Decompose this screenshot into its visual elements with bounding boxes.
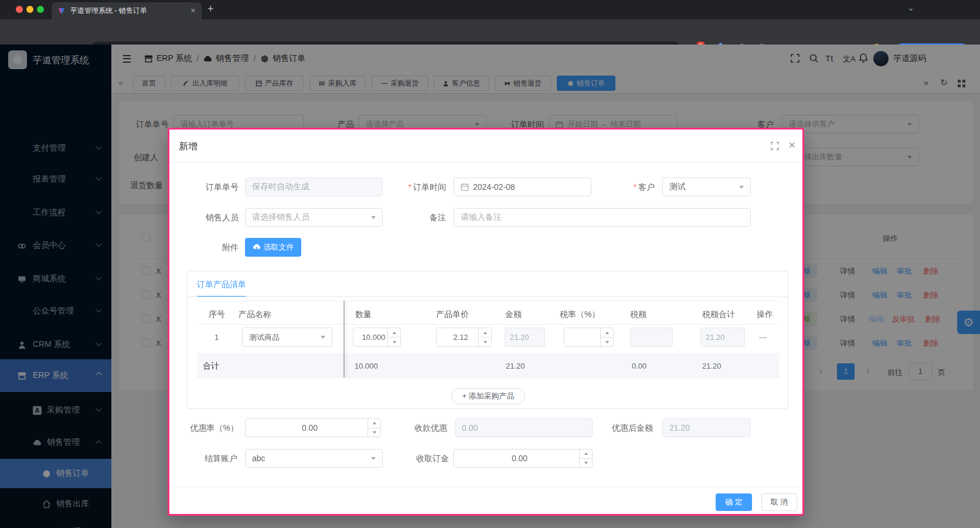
required-mark: * — [409, 182, 411, 192]
button-label: 选取文件 — [264, 242, 294, 253]
col-header-op: 操作 — [757, 305, 773, 324]
product-select[interactable]: 测试商品 — [242, 328, 332, 347]
window-close-button[interactable] — [16, 6, 23, 13]
number-stepper[interactable] — [387, 328, 400, 346]
col-header-price: 产品单价 — [436, 305, 469, 324]
placeholder: 保存时自动生成 — [252, 182, 309, 192]
remark-label: 备注 — [377, 208, 446, 227]
tab-border — [188, 297, 788, 297]
qty-input[interactable]: 10.000 — [353, 328, 401, 347]
deposit-input[interactable]: 0.00 — [453, 449, 593, 468]
window-zoom-button[interactable] — [37, 6, 44, 13]
dialog-header: 新增 ✕ — [169, 130, 802, 162]
add-product-button[interactable]: + 添加采购产品 — [451, 388, 525, 404]
table-border — [197, 301, 780, 301]
price-input[interactable]: 2.12 — [436, 328, 492, 347]
discount-label: 收款优惠 — [377, 418, 447, 437]
totals-label: 合计 — [203, 361, 219, 372]
order-time-label: *订单时间 — [377, 178, 446, 196]
window-minimize-button[interactable] — [26, 6, 33, 13]
account-select[interactable]: abc — [245, 449, 383, 468]
col-header-amount: 金额 — [505, 305, 522, 324]
cancel-button[interactable]: 取 消 — [761, 493, 797, 511]
dialog-close-icon[interactable]: ✕ — [788, 140, 796, 151]
totals-qty: 10.000 — [355, 362, 378, 370]
discount-rate-input[interactable]: 0.00 — [245, 418, 381, 437]
chevron-down-icon — [321, 336, 325, 339]
browser-toolbar: ← → ↻ ⌂ 127.0.0.1/erp/sale/order ☆ 6 ★ |… — [0, 19, 980, 45]
number-stepper[interactable] — [600, 328, 613, 346]
input-value: 0.00 — [512, 454, 528, 463]
dialog-title: 新增 — [179, 141, 198, 153]
cell-no: 1 — [215, 333, 219, 342]
number-stepper[interactable] — [478, 328, 491, 346]
tax-input — [630, 328, 673, 347]
discount-input: 0.00 — [455, 418, 593, 437]
customer-select[interactable]: 测试 — [662, 178, 751, 196]
remark-input[interactable]: 请输入备注 — [454, 208, 751, 227]
table-border — [197, 324, 780, 325]
attachment-label: 附件 — [181, 238, 239, 257]
tax-rate-input[interactable] — [564, 328, 614, 347]
input-value: 21.20 — [669, 423, 690, 432]
col-header-tax-total: 税额合计 — [702, 305, 735, 324]
select-value: 测试商品 — [249, 332, 280, 343]
after-discount-input: 21.20 — [662, 418, 751, 437]
upload-cloud-icon — [253, 243, 261, 251]
col-header-tax: 税额 — [630, 305, 646, 324]
order-no-input[interactable]: 保存时自动生成 — [245, 178, 383, 196]
account-label: 结算账户 — [181, 449, 237, 468]
order-no-label: 订单单号 — [181, 178, 239, 196]
deposit-label: 收取订金 — [377, 449, 449, 468]
customer-label: *客户 — [586, 178, 655, 196]
confirm-button[interactable]: 确 定 — [716, 493, 752, 511]
browser-tab-title: 芋道管理系统 - 销售订单 — [70, 6, 147, 16]
calendar-icon — [461, 183, 469, 191]
label-text: 订单时间 — [413, 182, 446, 192]
number-stepper[interactable] — [579, 449, 592, 467]
browser-tab[interactable]: 芋道管理系统 - 销售订单 ✕ — [52, 2, 202, 19]
col-header-tax-rate: 税率（%） — [560, 305, 600, 324]
placeholder: 请输入备注 — [461, 212, 502, 223]
date-value: 2024-02-08 — [473, 182, 515, 192]
input-value: 0.00 — [462, 423, 478, 432]
placeholder: 请选择销售人员 — [252, 212, 309, 223]
products-tab[interactable]: 订单产品清单 — [197, 280, 246, 290]
amount-input: 21.20 — [505, 328, 545, 347]
add-order-dialog: 新增 ✕ 订单单号 保存时自动生成 *订单时间 2024-02-08 *客户 测… — [168, 128, 804, 516]
input-value: 21.20 — [706, 333, 725, 342]
totals-tax: 0.00 — [632, 362, 646, 370]
totals-tax-total: 21.20 — [702, 362, 722, 370]
after-discount-label: 优惠后金额 — [586, 418, 653, 437]
select-file-button[interactable]: 选取文件 — [245, 238, 301, 257]
new-tab-button[interactable]: + — [207, 3, 214, 15]
browser-tabstrip: 芋道管理系统 - 销售订单 ✕ + ⌄ — [0, 0, 980, 19]
tax-total-input: 21.20 — [700, 328, 745, 347]
required-mark: * — [634, 182, 637, 192]
fixed-column-divider — [343, 301, 345, 377]
input-value: 0.00 — [302, 423, 318, 432]
totals-amount: 21.20 — [506, 362, 525, 370]
col-header-name: 产品名称 — [239, 305, 271, 324]
label-text: 客户 — [638, 182, 655, 192]
chevron-down-icon — [739, 186, 744, 189]
order-products-card: 订单产品清单 序号 产品名称 数量 产品单价 金额 税率（%） 税额 税额合计 … — [187, 271, 788, 409]
order-time-picker[interactable]: 2024-02-08 — [454, 178, 591, 196]
col-header-qty: 数量 — [355, 305, 372, 324]
totals-row — [197, 353, 780, 377]
chevron-down-icon — [371, 216, 376, 219]
input-value: 10.000 — [362, 333, 386, 342]
dialog-fullscreen-icon[interactable] — [771, 142, 779, 150]
row-op-dash: — — [759, 333, 767, 342]
window-chevron-icon[interactable]: ⌄ — [907, 3, 914, 12]
tab-close-icon[interactable]: ✕ — [190, 7, 196, 15]
input-value: 2.12 — [453, 333, 468, 342]
select-value: abc — [252, 454, 266, 463]
salesperson-select[interactable]: 请选择销售人员 — [245, 208, 383, 227]
footer-divider — [169, 486, 802, 487]
input-value: 21.20 — [510, 333, 529, 342]
salesperson-label: 销售人员 — [181, 208, 239, 227]
discount-rate-label: 优惠率（%） — [181, 418, 239, 437]
col-header-no: 序号 — [209, 305, 225, 324]
chevron-down-icon — [371, 457, 376, 460]
